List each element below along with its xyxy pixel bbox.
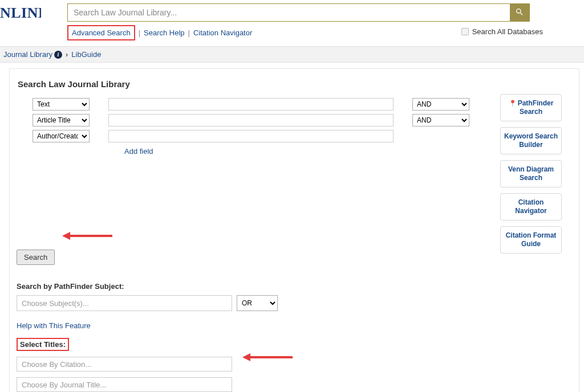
select-titles-label: Select Titles:: [20, 340, 66, 349]
pathfinder-subject-label: Search by PathFinder Subject:: [17, 282, 572, 291]
field-type-select[interactable]: Author/Creator: [33, 130, 90, 142]
search-all-databases-toggle[interactable]: Search All Databases: [461, 27, 543, 36]
annotation-arrow: [242, 353, 293, 361]
global-search-bar: [67, 3, 530, 22]
separator: |: [188, 28, 190, 37]
search-help-link[interactable]: Search Help: [144, 28, 185, 37]
citation-format-guide-button[interactable]: Citation Format Guide: [500, 226, 562, 254]
search-term-input[interactable]: [108, 130, 394, 142]
keyword-search-builder-button[interactable]: Keyword Search Builder: [500, 127, 562, 154]
search-term-input[interactable]: [108, 114, 394, 126]
advanced-search-link[interactable]: Advanced Search: [72, 28, 131, 37]
submit-search-button[interactable]: Search: [17, 250, 55, 265]
panel-title: Search Law Journal Library: [18, 79, 572, 89]
advanced-search-highlight: Advanced Search: [67, 25, 135, 40]
breadcrumb: Journal Library i › LibGuide: [0, 46, 584, 63]
breadcrumb-journal-library[interactable]: Journal Library: [3, 50, 52, 59]
boolean-select[interactable]: AND: [412, 114, 469, 126]
breadcrumb-libguide[interactable]: LibGuide: [71, 50, 101, 59]
subject-input[interactable]: [17, 295, 232, 311]
search-button[interactable]: [510, 4, 529, 21]
logo-fragment: NLINE: [0, 5, 41, 22]
search-input[interactable]: [68, 4, 510, 21]
info-icon[interactable]: i: [54, 51, 62, 59]
annotation-arrow: [62, 232, 112, 240]
pin-icon: 📍: [509, 100, 517, 107]
field-type-select[interactable]: Article Title: [33, 114, 90, 126]
search-all-databases-label: Search All Databases: [472, 27, 543, 36]
search-term-input[interactable]: [108, 98, 394, 111]
help-with-feature-link[interactable]: Help with This Feature: [17, 321, 91, 330]
chevron-right-icon: ›: [66, 50, 68, 59]
citation-navigator-link[interactable]: Citation Navigator: [193, 28, 252, 37]
choose-by-citation-input[interactable]: [17, 357, 232, 371]
search-row: Author/Creator: [33, 130, 572, 142]
citation-navigator-button[interactable]: Citation Navigator: [500, 193, 562, 220]
venn-diagram-search-button[interactable]: Venn Diagram Search: [500, 160, 562, 187]
checkbox-icon: [461, 28, 469, 35]
advanced-search-panel: Search Law Journal Library Text AND Arti…: [9, 68, 579, 392]
select-titles-highlight: Select Titles:: [17, 338, 69, 351]
boolean-select[interactable]: AND: [412, 98, 469, 111]
search-row: Text AND: [33, 98, 572, 111]
subject-boolean-select[interactable]: OR: [237, 295, 278, 311]
choose-by-journal-title-input[interactable]: [17, 377, 232, 392]
search-icon: [515, 7, 524, 18]
pathfinder-search-button[interactable]: 📍PathFinder Search: [500, 94, 562, 121]
field-type-select[interactable]: Text: [33, 98, 90, 111]
separator: |: [139, 28, 140, 37]
add-field-link[interactable]: Add field: [124, 147, 153, 156]
search-row: Article Title AND: [33, 114, 572, 126]
